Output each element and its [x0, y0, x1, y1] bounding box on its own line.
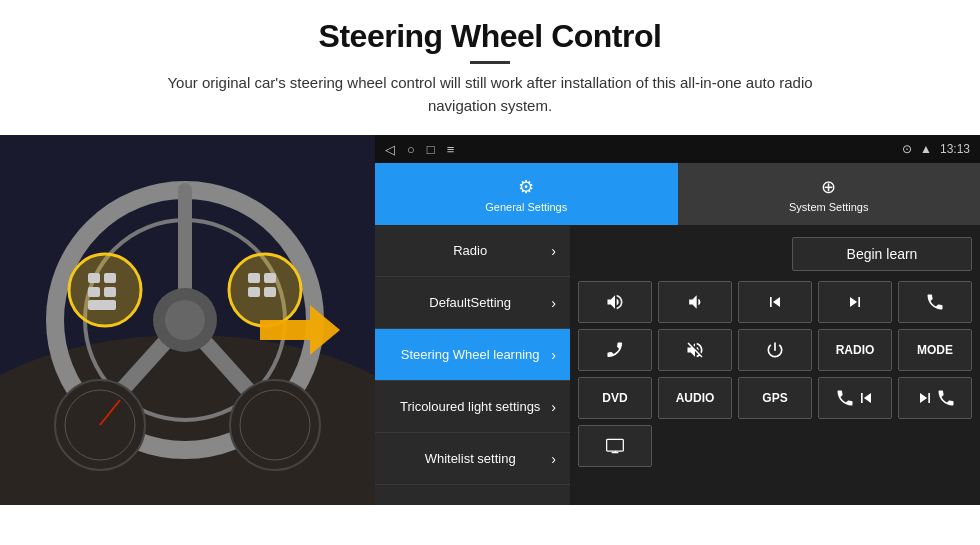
location-icon: ⊙: [902, 142, 912, 156]
menu-nav-icon[interactable]: ≡: [447, 142, 455, 157]
menu-tricoloured-label: Tricoloured light settings: [389, 399, 551, 414]
menu-radio-label: Radio: [389, 243, 551, 258]
main-content: ◁ ○ □ ≡ ⊙ ▲ 13:13 ⚙ General Settings ⊕ S…: [0, 135, 980, 505]
audio-label: AUDIO: [676, 391, 715, 405]
svg-point-8: [165, 300, 205, 340]
menu-steering-arrow: ›: [551, 347, 556, 363]
mute-button[interactable]: [658, 329, 732, 371]
power-icon: [765, 340, 785, 360]
menu-default-label: DefaultSetting: [389, 295, 551, 310]
status-bar-left: ◁ ○ □ ≡: [385, 142, 454, 157]
mode-button[interactable]: MODE: [898, 329, 972, 371]
radio-button[interactable]: RADIO: [818, 329, 892, 371]
phone-next-button[interactable]: [898, 377, 972, 419]
home-nav-icon[interactable]: ○: [407, 142, 415, 157]
tab-system-label: System Settings: [789, 201, 868, 213]
dvd-label: DVD: [602, 391, 627, 405]
svg-rect-14: [104, 287, 116, 297]
android-ui: ◁ ○ □ ≡ ⊙ ▲ 13:13 ⚙ General Settings ⊕ S…: [375, 135, 980, 505]
tab-bar: ⚙ General Settings ⊕ System Settings: [375, 163, 980, 225]
svg-rect-26: [607, 439, 624, 451]
svg-rect-19: [264, 287, 276, 297]
menu-item-tricoloured[interactable]: Tricoloured light settings ›: [375, 381, 570, 433]
menu-item-default-setting[interactable]: DefaultSetting ›: [375, 277, 570, 329]
general-settings-icon: ⚙: [518, 176, 534, 198]
mode-label: MODE: [917, 343, 953, 357]
status-time: 13:13: [940, 142, 970, 156]
vol-down-button[interactable]: [658, 281, 732, 323]
mute-icon: [685, 340, 705, 360]
recents-nav-icon[interactable]: □: [427, 142, 435, 157]
dvd-button[interactable]: DVD: [578, 377, 652, 419]
phone-next-icon: [936, 388, 956, 408]
menu-item-steering-wheel[interactable]: Steering Wheel learning ›: [375, 329, 570, 381]
page-header: Steering Wheel Control Your original car…: [0, 0, 980, 123]
gps-label: GPS: [762, 391, 787, 405]
hang-up-button[interactable]: [578, 329, 652, 371]
status-bar-right: ⊙ ▲ 13:13: [902, 142, 970, 156]
svg-rect-16: [248, 273, 260, 283]
menu-item-radio[interactable]: Radio ›: [375, 225, 570, 277]
hang-up-icon: [605, 340, 625, 360]
screen-icon: [605, 436, 625, 456]
prev-track-button[interactable]: [738, 281, 812, 323]
menu-item-whitelist[interactable]: Whitelist setting ›: [375, 433, 570, 485]
extra-button[interactable]: [578, 425, 652, 467]
control-panel: Begin learn: [570, 225, 980, 505]
svg-rect-15: [88, 300, 116, 310]
tab-system-settings[interactable]: ⊕ System Settings: [678, 163, 981, 225]
svg-rect-11: [88, 273, 100, 283]
settings-body: Radio › DefaultSetting › Steering Wheel …: [375, 225, 980, 505]
phone-prev-button[interactable]: [818, 377, 892, 419]
menu-tricoloured-arrow: ›: [551, 399, 556, 415]
settings-menu: Radio › DefaultSetting › Steering Wheel …: [375, 225, 570, 505]
vol-down-icon: [685, 292, 705, 312]
gps-button[interactable]: GPS: [738, 377, 812, 419]
begin-learn-button[interactable]: Begin learn: [792, 237, 972, 271]
phone-answer-icon: [925, 292, 945, 312]
prev-small-icon: [856, 388, 876, 408]
vol-up-icon: [605, 292, 625, 312]
vol-up-button[interactable]: [578, 281, 652, 323]
menu-whitelist-arrow: ›: [551, 451, 556, 467]
svg-rect-17: [264, 273, 276, 283]
page-subtitle: Your original car's steering wheel contr…: [140, 72, 840, 117]
ctrl-row-3: DVD AUDIO GPS: [578, 377, 972, 419]
svg-rect-13: [104, 273, 116, 283]
ctrl-row-2: RADIO MODE: [578, 329, 972, 371]
menu-radio-arrow: ›: [551, 243, 556, 259]
back-nav-icon[interactable]: ◁: [385, 142, 395, 157]
tab-general-settings[interactable]: ⚙ General Settings: [375, 163, 678, 225]
status-bar: ◁ ○ □ ≡ ⊙ ▲ 13:13: [375, 135, 980, 163]
radio-label: RADIO: [836, 343, 875, 357]
svg-rect-18: [248, 287, 260, 297]
signal-icon: ▲: [920, 142, 932, 156]
next-track-button[interactable]: [818, 281, 892, 323]
menu-steering-label: Steering Wheel learning: [389, 347, 551, 362]
system-settings-icon: ⊕: [821, 176, 836, 198]
phone-answer-button[interactable]: [898, 281, 972, 323]
ctrl-row-1: [578, 281, 972, 323]
title-divider: [470, 61, 510, 64]
svg-rect-12: [88, 287, 100, 297]
menu-default-arrow: ›: [551, 295, 556, 311]
menu-whitelist-label: Whitelist setting: [389, 451, 551, 466]
page-title: Steering Wheel Control: [0, 18, 980, 55]
next-small-icon: [915, 388, 935, 408]
prev-track-icon: [765, 292, 785, 312]
next-track-icon: [845, 292, 865, 312]
tab-general-label: General Settings: [485, 201, 567, 213]
steering-wheel-area: [0, 135, 375, 505]
begin-learn-row: Begin learn: [578, 233, 972, 275]
audio-button[interactable]: AUDIO: [658, 377, 732, 419]
svg-point-21: [230, 380, 320, 470]
phone-prev-icon: [835, 388, 855, 408]
power-button[interactable]: [738, 329, 812, 371]
ctrl-row-4: [578, 425, 972, 467]
